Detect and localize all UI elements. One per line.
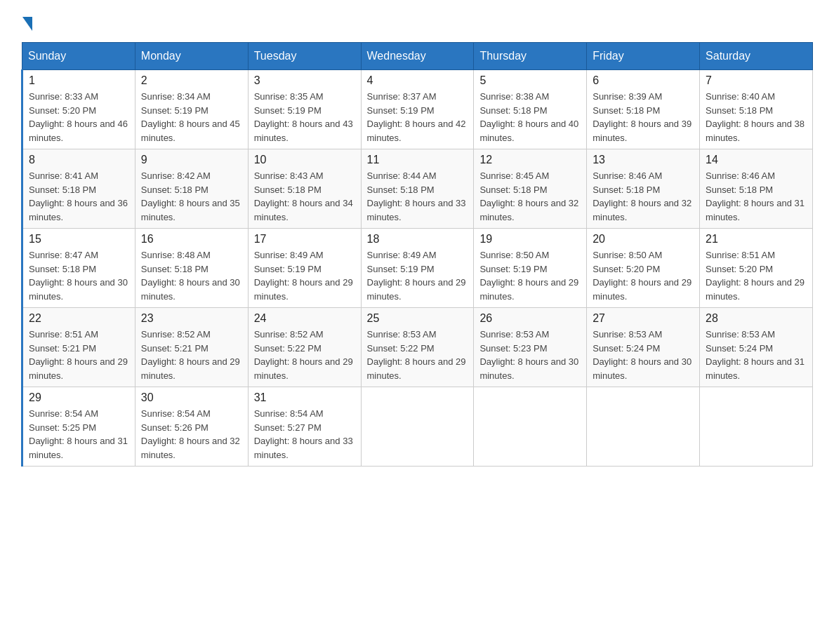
day-number: 20	[593, 233, 694, 246]
table-row: 18Sunrise: 8:49 AMSunset: 5:19 PMDayligh…	[361, 229, 474, 308]
day-number: 31	[254, 391, 355, 404]
col-thursday: Thursday	[474, 43, 587, 70]
col-wednesday: Wednesday	[361, 43, 474, 70]
day-info: Sunrise: 8:54 AMSunset: 5:26 PMDaylight:…	[141, 407, 242, 462]
day-number: 4	[367, 74, 468, 87]
day-info: Sunrise: 8:47 AMSunset: 5:18 PMDaylight:…	[29, 248, 129, 303]
table-row: 1Sunrise: 8:33 AMSunset: 5:20 PMDaylight…	[22, 70, 135, 149]
table-row	[587, 387, 700, 467]
day-number: 13	[593, 154, 694, 166]
table-row: 27Sunrise: 8:53 AMSunset: 5:24 PMDayligh…	[587, 308, 700, 387]
col-tuesday: Tuesday	[248, 43, 361, 70]
table-row: 28Sunrise: 8:53 AMSunset: 5:24 PMDayligh…	[700, 308, 813, 387]
day-number: 10	[254, 154, 355, 166]
day-info: Sunrise: 8:49 AMSunset: 5:19 PMDaylight:…	[254, 248, 355, 303]
table-row: 24Sunrise: 8:52 AMSunset: 5:22 PMDayligh…	[248, 308, 361, 387]
calendar-week-row: 1Sunrise: 8:33 AMSunset: 5:20 PMDaylight…	[22, 70, 813, 149]
table-row: 29Sunrise: 8:54 AMSunset: 5:25 PMDayligh…	[22, 387, 135, 467]
logo	[21, 14, 32, 28]
table-row: 31Sunrise: 8:54 AMSunset: 5:27 PMDayligh…	[248, 387, 361, 467]
day-info: Sunrise: 8:41 AMSunset: 5:18 PMDaylight:…	[29, 169, 129, 224]
day-number: 28	[706, 312, 807, 325]
day-number: 7	[706, 74, 807, 87]
day-info: Sunrise: 8:40 AMSunset: 5:18 PMDaylight:…	[706, 90, 807, 145]
calendar-table: Sunday Monday Tuesday Wednesday Thursday…	[21, 42, 813, 467]
day-number: 27	[593, 312, 694, 325]
calendar-week-row: 29Sunrise: 8:54 AMSunset: 5:25 PMDayligh…	[22, 387, 813, 467]
day-info: Sunrise: 8:53 AMSunset: 5:24 PMDaylight:…	[593, 328, 694, 382]
day-number: 16	[141, 233, 242, 246]
table-row: 26Sunrise: 8:53 AMSunset: 5:23 PMDayligh…	[474, 308, 587, 387]
day-number: 26	[479, 312, 581, 325]
day-info: Sunrise: 8:50 AMSunset: 5:20 PMDaylight:…	[593, 248, 694, 303]
day-info: Sunrise: 8:53 AMSunset: 5:22 PMDaylight:…	[367, 328, 468, 382]
table-row: 2Sunrise: 8:34 AMSunset: 5:19 PMDaylight…	[135, 70, 248, 149]
table-row: 17Sunrise: 8:49 AMSunset: 5:19 PMDayligh…	[248, 229, 361, 308]
day-number: 12	[479, 154, 581, 166]
day-info: Sunrise: 8:43 AMSunset: 5:18 PMDaylight:…	[254, 169, 355, 224]
table-row	[700, 387, 813, 467]
day-info: Sunrise: 8:53 AMSunset: 5:23 PMDaylight:…	[479, 328, 581, 382]
table-row: 9Sunrise: 8:42 AMSunset: 5:18 PMDaylight…	[135, 149, 248, 229]
day-info: Sunrise: 8:33 AMSunset: 5:20 PMDaylight:…	[29, 90, 129, 145]
day-number: 2	[141, 74, 242, 87]
col-sunday: Sunday	[22, 43, 135, 70]
table-row: 22Sunrise: 8:51 AMSunset: 5:21 PMDayligh…	[22, 308, 135, 387]
calendar-week-row: 22Sunrise: 8:51 AMSunset: 5:21 PMDayligh…	[22, 308, 813, 387]
day-number: 14	[706, 154, 807, 166]
day-info: Sunrise: 8:52 AMSunset: 5:22 PMDaylight:…	[254, 328, 355, 382]
day-info: Sunrise: 8:37 AMSunset: 5:19 PMDaylight:…	[367, 90, 468, 145]
day-info: Sunrise: 8:35 AMSunset: 5:19 PMDaylight:…	[254, 90, 355, 145]
day-number: 9	[141, 154, 242, 166]
table-row	[474, 387, 587, 467]
day-info: Sunrise: 8:34 AMSunset: 5:19 PMDaylight:…	[141, 90, 242, 145]
col-monday: Monday	[135, 43, 248, 70]
day-info: Sunrise: 8:42 AMSunset: 5:18 PMDaylight:…	[141, 169, 242, 224]
page-header	[21, 14, 813, 28]
table-row: 12Sunrise: 8:45 AMSunset: 5:18 PMDayligh…	[474, 149, 587, 229]
calendar-week-row: 15Sunrise: 8:47 AMSunset: 5:18 PMDayligh…	[22, 229, 813, 308]
day-number: 21	[706, 233, 807, 246]
day-info: Sunrise: 8:45 AMSunset: 5:18 PMDaylight:…	[479, 169, 581, 224]
calendar-week-row: 8Sunrise: 8:41 AMSunset: 5:18 PMDaylight…	[22, 149, 813, 229]
day-info: Sunrise: 8:46 AMSunset: 5:18 PMDaylight:…	[706, 169, 807, 224]
table-row	[361, 387, 474, 467]
day-number: 3	[254, 74, 355, 87]
table-row: 16Sunrise: 8:48 AMSunset: 5:18 PMDayligh…	[135, 229, 248, 308]
table-row: 20Sunrise: 8:50 AMSunset: 5:20 PMDayligh…	[587, 229, 700, 308]
header-row: Sunday Monday Tuesday Wednesday Thursday…	[22, 43, 813, 70]
table-row: 3Sunrise: 8:35 AMSunset: 5:19 PMDaylight…	[248, 70, 361, 149]
day-number: 5	[479, 74, 581, 87]
day-info: Sunrise: 8:51 AMSunset: 5:20 PMDaylight:…	[706, 248, 807, 303]
col-saturday: Saturday	[700, 43, 813, 70]
day-number: 8	[29, 154, 129, 166]
table-row: 23Sunrise: 8:52 AMSunset: 5:21 PMDayligh…	[135, 308, 248, 387]
day-info: Sunrise: 8:48 AMSunset: 5:18 PMDaylight:…	[141, 248, 242, 303]
day-info: Sunrise: 8:50 AMSunset: 5:19 PMDaylight:…	[479, 248, 581, 303]
col-friday: Friday	[587, 43, 700, 70]
day-info: Sunrise: 8:52 AMSunset: 5:21 PMDaylight:…	[141, 328, 242, 382]
day-number: 15	[29, 233, 129, 246]
day-number: 25	[367, 312, 468, 325]
table-row: 13Sunrise: 8:46 AMSunset: 5:18 PMDayligh…	[587, 149, 700, 229]
day-number: 17	[254, 233, 355, 246]
day-number: 6	[593, 74, 694, 87]
day-number: 30	[141, 391, 242, 404]
table-row: 21Sunrise: 8:51 AMSunset: 5:20 PMDayligh…	[700, 229, 813, 308]
day-number: 18	[367, 233, 468, 246]
day-number: 11	[367, 154, 468, 166]
table-row: 25Sunrise: 8:53 AMSunset: 5:22 PMDayligh…	[361, 308, 474, 387]
table-row: 10Sunrise: 8:43 AMSunset: 5:18 PMDayligh…	[248, 149, 361, 229]
table-row: 5Sunrise: 8:38 AMSunset: 5:18 PMDaylight…	[474, 70, 587, 149]
day-info: Sunrise: 8:51 AMSunset: 5:21 PMDaylight:…	[29, 328, 129, 382]
day-info: Sunrise: 8:38 AMSunset: 5:18 PMDaylight:…	[479, 90, 581, 145]
logo-arrow-icon	[22, 17, 32, 31]
day-info: Sunrise: 8:54 AMSunset: 5:27 PMDaylight:…	[254, 407, 355, 462]
table-row: 14Sunrise: 8:46 AMSunset: 5:18 PMDayligh…	[700, 149, 813, 229]
day-info: Sunrise: 8:54 AMSunset: 5:25 PMDaylight:…	[29, 407, 129, 462]
day-number: 23	[141, 312, 242, 325]
day-info: Sunrise: 8:53 AMSunset: 5:24 PMDaylight:…	[706, 328, 807, 382]
day-info: Sunrise: 8:44 AMSunset: 5:18 PMDaylight:…	[367, 169, 468, 224]
table-row: 11Sunrise: 8:44 AMSunset: 5:18 PMDayligh…	[361, 149, 474, 229]
table-row: 8Sunrise: 8:41 AMSunset: 5:18 PMDaylight…	[22, 149, 135, 229]
